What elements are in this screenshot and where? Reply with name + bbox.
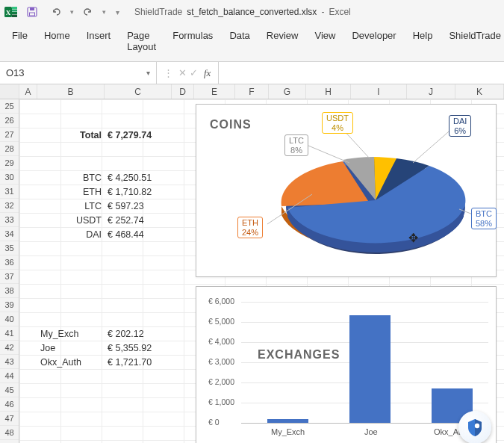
row-header[interactable]: 46 bbox=[0, 397, 19, 412]
qat-customize-button[interactable]: ▾ bbox=[111, 3, 124, 21]
svg-rect-7 bbox=[30, 7, 34, 10]
svg-rect-4 bbox=[12, 12, 17, 14]
svg-rect-5 bbox=[12, 15, 17, 18]
tab-file[interactable]: File bbox=[10, 28, 29, 54]
row-header[interactable]: 44 bbox=[0, 369, 19, 383]
row-header[interactable]: 40 bbox=[0, 312, 19, 326]
cell-okx-label[interactable]: Okx_Auth bbox=[37, 355, 105, 369]
cell-dai-label[interactable]: DAI bbox=[37, 227, 105, 241]
name-box[interactable]: O13 ▾ bbox=[0, 62, 157, 84]
row-header[interactable]: 38 bbox=[0, 284, 19, 298]
row-header[interactable]: 43 bbox=[0, 355, 19, 369]
row-header[interactable]: 25 bbox=[0, 99, 19, 114]
cell-total-value[interactable]: € 7,279.74 bbox=[105, 128, 172, 142]
addin-name: ShieldTrade bbox=[134, 7, 182, 17]
tab-shieldtrade[interactable]: ShieldTrade bbox=[447, 28, 503, 54]
tab-formulas[interactable]: Formulas bbox=[171, 28, 214, 54]
row-header[interactable]: 31 bbox=[0, 185, 19, 199]
col-header[interactable]: H bbox=[306, 84, 351, 99]
row-header[interactable]: 39 bbox=[0, 298, 19, 312]
row-header[interactable]: 33 bbox=[0, 213, 19, 227]
col-header[interactable]: A bbox=[19, 84, 37, 99]
redo-dropdown-icon[interactable]: ▾ bbox=[102, 8, 106, 16]
tab-view[interactable]: View bbox=[313, 28, 337, 54]
svg-rect-8 bbox=[30, 13, 35, 16]
cell-btc-value[interactable]: € 4,250.51 bbox=[105, 170, 172, 185]
pie-label-btc: BTC58% bbox=[471, 208, 497, 229]
fx-more-icon[interactable]: ⋮ bbox=[161, 67, 175, 78]
cell-myexch-label[interactable]: My_Exch bbox=[37, 326, 105, 341]
row-header[interactable]: 41 bbox=[0, 326, 19, 341]
chart-coins-pie[interactable]: COINS bbox=[196, 104, 497, 277]
cell-ltc-label[interactable]: LTC bbox=[37, 199, 105, 213]
pie-label-eth: ETH24% bbox=[237, 217, 263, 238]
row-header[interactable]: 30 bbox=[0, 170, 19, 185]
cell-total-label[interactable]: Total bbox=[37, 128, 105, 142]
select-all-corner[interactable] bbox=[0, 84, 19, 99]
row-header[interactable]: 47 bbox=[0, 412, 19, 426]
tab-review[interactable]: Review bbox=[265, 28, 300, 54]
col-header[interactable]: E bbox=[194, 84, 235, 99]
col-header[interactable]: C bbox=[105, 84, 172, 99]
tab-page-layout[interactable]: Page Layout bbox=[125, 28, 158, 54]
tab-insert[interactable]: Insert bbox=[85, 28, 113, 54]
cell-joe-value[interactable]: € 5,355.92 bbox=[105, 341, 172, 355]
excel-app-icon: X bbox=[4, 5, 18, 19]
row-header[interactable]: 45 bbox=[0, 383, 19, 397]
worksheet[interactable]: A B C D E F G H I J K 252627282930313233… bbox=[0, 84, 504, 443]
shieldtrade-badge-icon bbox=[458, 411, 491, 443]
undo-button[interactable] bbox=[46, 3, 66, 21]
row-header[interactable]: 34 bbox=[0, 227, 19, 241]
col-header[interactable]: F bbox=[235, 84, 269, 99]
col-header[interactable]: D bbox=[172, 84, 194, 99]
cell-eth-value[interactable]: € 1,710.82 bbox=[105, 185, 172, 199]
cell-usdt-label[interactable]: USDT bbox=[37, 213, 105, 227]
svg-text:X: X bbox=[6, 9, 11, 16]
redo-button[interactable] bbox=[78, 3, 98, 21]
cell-usdt-value[interactable]: € 252.74 bbox=[105, 213, 172, 227]
row-header[interactable]: 37 bbox=[0, 270, 19, 284]
row-header[interactable]: 36 bbox=[0, 255, 19, 270]
cell-btc-label[interactable]: BTC bbox=[37, 170, 105, 185]
col-header[interactable]: I bbox=[351, 84, 407, 99]
row-header[interactable]: 35 bbox=[0, 241, 19, 255]
col-header[interactable]: K bbox=[455, 84, 504, 99]
chevron-down-icon[interactable]: ▾ bbox=[146, 69, 150, 77]
row-header[interactable]: 32 bbox=[0, 199, 19, 213]
row-header[interactable]: 26 bbox=[0, 114, 19, 128]
formula-bar-input[interactable] bbox=[219, 62, 504, 84]
cell-eth-label[interactable]: ETH bbox=[37, 185, 105, 199]
fx-insert-function-button[interactable]: fx bbox=[201, 67, 214, 79]
col-header[interactable]: B bbox=[37, 84, 105, 99]
row-header[interactable]: 29 bbox=[0, 156, 19, 170]
cell-dai-value[interactable]: € 468.44 bbox=[105, 227, 172, 241]
cell-myexch-value[interactable]: € 202.12 bbox=[105, 326, 172, 341]
bar-ylabel: € 1,000 bbox=[208, 397, 234, 406]
tab-developer[interactable]: Developer bbox=[350, 28, 397, 54]
cell-okx-value[interactable]: € 1,721.70 bbox=[105, 355, 172, 369]
undo-dropdown-icon[interactable]: ▾ bbox=[70, 8, 74, 16]
bar-cat: My_Exch bbox=[271, 427, 305, 436]
chart-exchanges-bar[interactable]: € 6,000 € 5,000 € 4,000 € 3,000 € 2,000 … bbox=[196, 286, 497, 443]
name-box-value: O13 bbox=[6, 67, 25, 78]
cell-joe-label[interactable]: Joe bbox=[37, 341, 105, 355]
row-header[interactable]: 28 bbox=[0, 142, 19, 156]
tab-home[interactable]: Home bbox=[43, 28, 72, 54]
bar-ylabel: € 6,000 bbox=[208, 297, 234, 306]
fx-enter-button[interactable]: ✓ bbox=[190, 67, 198, 78]
save-button[interactable] bbox=[22, 3, 42, 21]
move-cursor-icon: ✥ bbox=[408, 231, 418, 245]
col-header[interactable]: G bbox=[269, 84, 306, 99]
col-header[interactable]: J bbox=[407, 84, 455, 99]
row-header[interactable]: 48 bbox=[0, 426, 19, 440]
pie-label-ltc: LTC8% bbox=[284, 134, 308, 156]
row-header[interactable]: 27 bbox=[0, 128, 19, 142]
tab-help[interactable]: Help bbox=[411, 28, 435, 54]
svg-line-12 bbox=[308, 146, 349, 163]
row-header[interactable]: 42 bbox=[0, 341, 19, 355]
fx-cancel-button[interactable]: ✕ bbox=[178, 67, 187, 78]
svg-rect-3 bbox=[12, 10, 17, 12]
cell-ltc-value[interactable]: € 597.23 bbox=[105, 199, 172, 213]
bar-myexch bbox=[267, 419, 308, 423]
tab-data[interactable]: Data bbox=[228, 28, 251, 54]
